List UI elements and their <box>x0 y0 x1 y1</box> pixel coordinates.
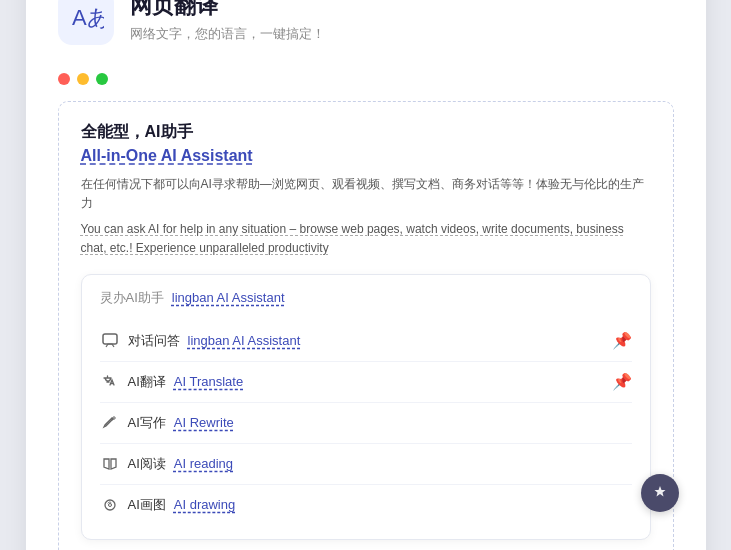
app-subtitle: 网络文字，您的语言，一键搞定！ <box>130 25 325 43</box>
svg-text:Aあ: Aあ <box>72 5 104 30</box>
desc-cn: 在任何情况下都可以向AI寻求帮助—浏览网页、观看视频、撰写文档、商务对话等等！体… <box>81 175 651 213</box>
svg-rect-2 <box>103 334 117 344</box>
app-icon: Aあ <box>58 0 114 45</box>
content-section: 全能型，AI助手 All-in-One AI Assistant 在任何情况下都… <box>58 101 674 550</box>
menu-item-reading[interactable]: AI阅读 AI reading <box>100 444 632 485</box>
fab-button[interactable] <box>641 474 679 512</box>
draw-icon <box>100 495 120 515</box>
menu-label-en-translate: AI Translate <box>174 374 243 389</box>
pin-icon-translate[interactable]: 📌 <box>612 372 632 391</box>
read-icon <box>100 454 120 474</box>
pin-icon-chat[interactable]: 📌 <box>612 331 632 350</box>
desc-en: You can ask AI for help in any situation… <box>81 220 651 258</box>
menu-label-en-drawing: AI drawing <box>174 497 235 512</box>
write-icon <box>100 413 120 433</box>
svg-point-3 <box>112 417 114 419</box>
menu-label-cn-chat: 对话问答 <box>128 332 180 350</box>
maximize-dot[interactable] <box>96 73 108 85</box>
menu-item-translate[interactable]: AI翻译 AI Translate 📌 <box>100 362 632 403</box>
app-title: 网页翻译 <box>130 0 325 21</box>
app-header: Aあ 网页翻译 网络文字，您的语言，一键搞定！ <box>58 0 674 45</box>
traffic-lights <box>58 73 674 85</box>
menu-list: 对话问答 lingban AI Assistant 📌 AI翻译 AI Tran… <box>100 321 632 525</box>
svg-point-5 <box>108 503 111 506</box>
menu-label-en-rewrite: AI Rewrite <box>174 415 234 430</box>
menu-item-chat[interactable]: 对话问答 lingban AI Assistant 📌 <box>100 321 632 362</box>
section-heading-cn: 全能型，AI助手 <box>81 122 651 143</box>
chat-icon <box>100 331 120 351</box>
menu-label-cn-rewrite: AI写作 <box>128 414 166 432</box>
menu-label-en-chat: lingban AI Assistant <box>188 333 301 348</box>
section-heading-en: All-in-One AI Assistant <box>81 147 651 165</box>
menu-label-en-reading: AI reading <box>174 456 233 471</box>
menu-label-cn-reading: AI阅读 <box>128 455 166 473</box>
inner-card: 灵办AI助手 lingban AI Assistant 对话问答 lingban… <box>81 274 651 540</box>
header-text: 网页翻译 网络文字，您的语言，一键搞定！ <box>130 0 325 43</box>
menu-label-cn-drawing: AI画图 <box>128 496 166 514</box>
minimize-dot[interactable] <box>77 73 89 85</box>
main-card: Aあ 网页翻译 网络文字，您的语言，一键搞定！ 全能型，AI助手 All-in-… <box>26 0 706 550</box>
menu-item-rewrite[interactable]: AI写作 AI Rewrite <box>100 403 632 444</box>
translate-icon <box>100 372 120 392</box>
menu-label-cn-translate: AI翻译 <box>128 373 166 391</box>
close-dot[interactable] <box>58 73 70 85</box>
assistant-label-en: lingban AI Assistant <box>172 290 285 305</box>
menu-item-drawing[interactable]: AI画图 AI drawing <box>100 485 632 525</box>
assistant-label: 灵办AI助手 lingban AI Assistant <box>100 289 632 307</box>
assistant-label-cn: 灵办AI助手 <box>100 289 164 307</box>
